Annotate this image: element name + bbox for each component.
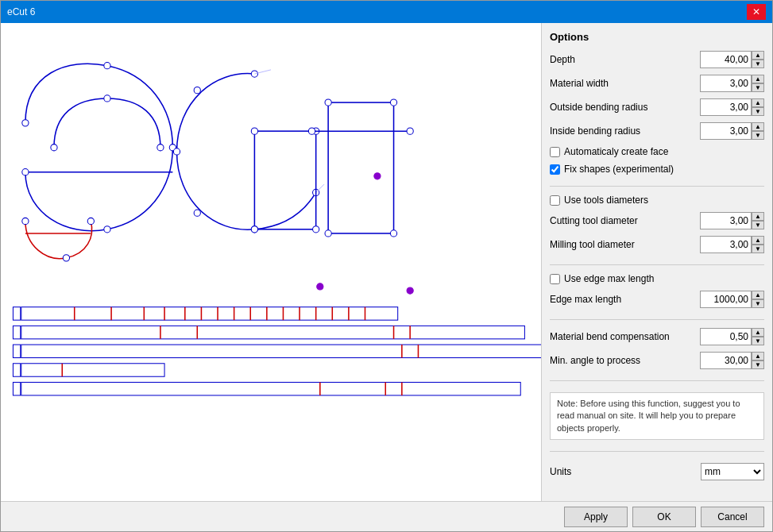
use-edge-checkbox[interactable] (550, 274, 560, 284)
cutting-tool-down-btn[interactable]: ▼ (752, 221, 764, 229)
svg-point-1 (104, 63, 110, 69)
min-angle-down-btn[interactable]: ▼ (752, 360, 764, 369)
cutting-tool-label: Cutting tool diameter (550, 215, 700, 226)
units-row: Units mm cm inch (550, 463, 764, 480)
milling-tool-down-btn[interactable]: ▼ (752, 245, 764, 253)
use-tools-checkbox[interactable] (550, 195, 560, 206)
svg-point-7 (157, 145, 164, 151)
depth-up-btn[interactable]: ▲ (752, 51, 764, 60)
depth-label: Depth (550, 54, 700, 65)
material-bend-row: Material bend compensation ▲ ▼ (550, 328, 764, 345)
edge-max-spin-buttons: ▲ ▼ (752, 291, 764, 308)
svg-point-29 (325, 230, 331, 237)
svg-point-35 (407, 287, 413, 294)
min-angle-row: Min. angle to process ▲ ▼ (550, 352, 764, 369)
svg-point-16 (194, 87, 200, 94)
milling-tool-up-btn[interactable]: ▲ (752, 236, 764, 245)
use-edge-label[interactable]: Use edge max length (564, 273, 654, 284)
inside-bending-up-btn[interactable]: ▲ (752, 122, 764, 131)
fix-shapes-row: Fix shapes (experimental) (550, 164, 764, 175)
svg-point-5 (51, 145, 57, 151)
fix-shapes-checkbox[interactable] (550, 164, 560, 175)
edge-max-up-btn[interactable]: ▲ (752, 291, 764, 299)
apply-button[interactable]: Apply (564, 507, 628, 527)
edge-max-label: Edge max length (550, 294, 700, 305)
outside-bending-label: Outside bending radius (550, 102, 700, 113)
svg-rect-64 (13, 364, 20, 376)
svg-point-24 (313, 226, 319, 233)
min-angle-input[interactable] (700, 352, 752, 369)
min-angle-up-btn[interactable]: ▲ (752, 352, 764, 360)
title-bar: eCut 6 ✕ (1, 1, 772, 23)
units-label: Units (550, 466, 701, 477)
cutting-tool-up-btn[interactable]: ▲ (752, 212, 764, 221)
outside-bending-spin-buttons: ▲ ▼ (752, 98, 764, 116)
depth-input[interactable] (700, 51, 752, 68)
svg-point-31 (308, 128, 315, 134)
depth-row: Depth ▲ ▼ (550, 51, 764, 68)
outside-bending-spinner: ▲ ▼ (700, 98, 764, 116)
svg-rect-65 (21, 364, 164, 376)
auto-create-face-checkbox[interactable] (550, 147, 560, 157)
svg-rect-54 (13, 326, 20, 338)
auto-create-face-label[interactable]: Automaticaly create face (564, 146, 668, 157)
svg-point-28 (390, 99, 396, 106)
svg-point-12 (251, 71, 257, 77)
material-bend-input[interactable] (700, 328, 752, 345)
auto-create-face-row: Automaticaly create face (550, 146, 764, 157)
material-bend-down-btn[interactable]: ▼ (752, 337, 764, 345)
inside-bending-input[interactable] (700, 122, 752, 140)
cutting-tool-row: Cutting tool diameter ▲ ▼ (550, 212, 764, 229)
milling-tool-input[interactable] (700, 236, 752, 253)
svg-point-4 (22, 169, 29, 175)
svg-point-32 (407, 128, 413, 134)
material-bend-up-btn[interactable]: ▲ (752, 328, 764, 337)
svg-rect-68 (21, 382, 520, 395)
edge-max-down-btn[interactable]: ▼ (752, 299, 764, 308)
depth-spin-buttons: ▲ ▼ (752, 51, 764, 68)
close-button[interactable]: ✕ (747, 4, 766, 20)
min-angle-label: Min. angle to process (550, 355, 700, 366)
outside-bending-down-btn[interactable]: ▼ (752, 107, 764, 116)
outside-bending-up-btn[interactable]: ▲ (752, 98, 764, 107)
inside-bending-spinner: ▲ ▼ (700, 122, 764, 140)
svg-rect-37 (21, 307, 398, 320)
svg-point-33 (374, 173, 381, 179)
inside-bending-down-btn[interactable]: ▼ (752, 131, 764, 140)
cutting-tool-spinner: ▲ ▼ (700, 212, 764, 229)
use-tools-label[interactable]: Use tools diameters (564, 195, 648, 206)
depth-down-btn[interactable]: ▼ (752, 60, 764, 68)
material-width-up-btn[interactable]: ▲ (752, 75, 764, 83)
separator-2 (550, 264, 764, 265)
inside-bending-label: Inside bending radius (550, 125, 700, 137)
svg-rect-60 (13, 345, 20, 357)
cutting-tool-input[interactable] (700, 212, 752, 229)
canvas-area (1, 23, 542, 501)
svg-point-23 (251, 226, 257, 233)
use-tools-row: Use tools diameters (550, 195, 764, 206)
material-width-input[interactable] (700, 75, 752, 92)
outside-bending-row: Outside bending radius ▲ ▼ (550, 98, 764, 116)
material-bend-spinner: ▲ ▼ (700, 328, 764, 345)
use-edge-row: Use edge max length (550, 273, 764, 284)
edge-max-spinner: ▲ ▼ (700, 291, 764, 308)
footer-bar: Apply OK Cancel (1, 501, 772, 531)
fix-shapes-label[interactable]: Fix shapes (experimental) (564, 164, 674, 175)
min-angle-spin-buttons: ▲ ▼ (752, 352, 764, 369)
svg-point-10 (87, 218, 94, 224)
main-content: Options Depth ▲ ▼ Material width (1, 23, 772, 501)
units-select[interactable]: mm cm inch (701, 463, 764, 480)
svg-rect-20 (254, 131, 315, 229)
svg-point-8 (22, 218, 29, 224)
edge-max-input[interactable] (700, 291, 752, 308)
edge-max-row: Edge max length ▲ ▼ (550, 291, 764, 308)
cutting-tool-spin-buttons: ▲ ▼ (752, 212, 764, 229)
material-width-down-btn[interactable]: ▼ (752, 83, 764, 92)
ok-button[interactable]: OK (632, 507, 696, 527)
material-width-label: Material width (550, 78, 700, 89)
svg-point-0 (22, 120, 29, 126)
cancel-button[interactable]: Cancel (701, 507, 764, 527)
svg-point-21 (251, 128, 257, 134)
separator-3 (550, 319, 764, 320)
outside-bending-input[interactable] (700, 98, 752, 116)
